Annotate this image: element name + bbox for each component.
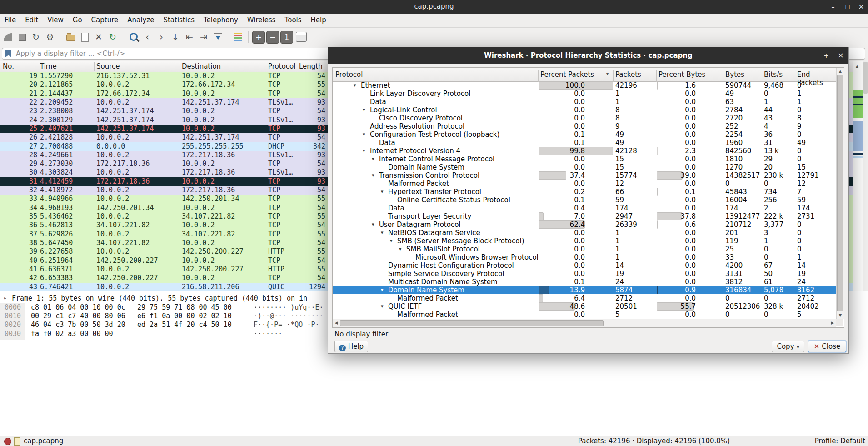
dialog-column-header-packets[interactable]: Packets xyxy=(615,70,641,79)
protocol-row[interactable]: ▾Logical-Link Control0.080.02784440 xyxy=(333,106,836,114)
zoom-out-icon[interactable]: − xyxy=(266,31,279,44)
protocol-row[interactable]: Data0.010.06311 xyxy=(333,98,836,106)
auto-scroll-icon[interactable] xyxy=(211,30,224,43)
protocol-row[interactable]: Dynamic Host Configuration Protocol0.014… xyxy=(333,261,836,270)
close-dialog-button[interactable]: ✕Close xyxy=(808,341,846,352)
menu-item-statistics[interactable]: Statistics xyxy=(159,14,199,26)
protocol-row[interactable]: Link Layer Discovery Protocol0.010.04901 xyxy=(333,90,836,98)
minimize-button[interactable]: – xyxy=(827,2,839,12)
protocol-row[interactable]: ▾Transmission Control Protocol37.4157743… xyxy=(333,171,836,180)
last-packet-icon[interactable]: ⇥ xyxy=(197,30,210,43)
zoom-in-icon[interactable]: + xyxy=(252,31,265,44)
tree-expander-icon[interactable]: ▾ xyxy=(354,81,356,90)
dialog-vertical-scrollbar[interactable]: ▲ ▼ xyxy=(836,68,844,319)
protocol-row[interactable]: ▾SMB (Server Message Block Protocol)0.01… xyxy=(333,237,836,245)
menu-item-help[interactable]: Help xyxy=(306,14,331,26)
scroll-left-icon[interactable]: ◀ xyxy=(333,319,340,326)
first-packet-icon[interactable]: ⇤ xyxy=(183,30,196,43)
column-divider[interactable] xyxy=(538,70,539,82)
stop-capture-icon[interactable] xyxy=(15,30,28,43)
column-divider[interactable] xyxy=(39,62,39,71)
protocol-row[interactable]: ▾Domain Name System13.958740.93168345,07… xyxy=(333,286,836,294)
go-to-packet-icon[interactable]: ↓ xyxy=(169,30,182,43)
protocol-row[interactable]: ▾Ethernet100.0421961.65907449,4680 xyxy=(333,81,836,90)
dialog-minimize-button[interactable]: – xyxy=(806,50,818,60)
menu-item-edit[interactable]: Edit xyxy=(20,14,43,26)
protocol-row[interactable]: ▾NetBIOS Datagram Service0.010.020130 xyxy=(333,229,836,237)
scrollbar-thumb[interactable] xyxy=(340,320,604,326)
tree-expander-icon[interactable]: ▾ xyxy=(363,106,365,114)
column-divider[interactable] xyxy=(266,62,266,71)
zoom-100-icon[interactable]: 1 xyxy=(280,31,293,44)
menu-item-tools[interactable]: Tools xyxy=(280,14,306,26)
tree-expander-icon[interactable]: ▾ xyxy=(381,229,384,237)
column-divider[interactable] xyxy=(94,62,95,71)
protocol-row[interactable]: ▾Internet Control Message Protocol0.0150… xyxy=(333,155,836,163)
column-divider[interactable] xyxy=(180,62,180,71)
column-header-protocol[interactable]: Protocol xyxy=(268,62,295,70)
protocol-row[interactable]: Transport Layer Security7.0294737.813912… xyxy=(333,212,836,220)
dialog-column-header-bitss[interactable]: Bits/s xyxy=(764,70,783,79)
tree-expander-icon[interactable]: ▾ xyxy=(381,302,384,311)
colorize-icon[interactable] xyxy=(232,30,244,43)
tree-expander-icon[interactable]: ▾ xyxy=(381,188,384,196)
scroll-right-icon[interactable]: ▶ xyxy=(829,319,836,326)
dialog-column-header-percentbytes[interactable]: Percent Bytes xyxy=(658,70,705,79)
protocol-row[interactable]: ▾QUIC IETF48.62050155.720512306328 k2040… xyxy=(333,302,836,311)
copy-button[interactable]: Copy▾ xyxy=(772,341,804,352)
frame-summary[interactable]: Frame 1: 55 bytes on wire (440 bits), 55… xyxy=(12,293,307,303)
save-file-icon[interactable] xyxy=(78,30,91,43)
protocol-row[interactable]: Malformed Packet0.050.0005 xyxy=(333,311,836,319)
tree-expander-icon[interactable]: ▾ xyxy=(399,245,402,253)
intelligent-scrollbar[interactable]: ▲ xyxy=(853,61,864,291)
maximize-button[interactable]: □ xyxy=(842,2,853,12)
capture-file-properties-icon[interactable] xyxy=(14,437,20,446)
tree-expander-icon[interactable]: ▾ xyxy=(372,155,374,163)
dialog-column-header-bytes[interactable]: Bytes xyxy=(725,70,744,79)
column-divider[interactable] xyxy=(762,70,762,82)
menu-item-go[interactable]: Go xyxy=(68,14,87,26)
column-header-length[interactable]: Length xyxy=(299,62,323,70)
column-divider[interactable] xyxy=(297,62,297,71)
protocol-row[interactable]: Microsoft Windows Browser Protocol0.010.… xyxy=(333,253,836,261)
tree-expander-icon[interactable]: ▾ xyxy=(372,220,374,229)
open-file-icon[interactable] xyxy=(64,30,77,43)
menu-item-telephony[interactable]: Telephony xyxy=(199,14,243,26)
dialog-maximize-button[interactable]: + xyxy=(820,50,832,60)
protocol-row[interactable]: Malformed Packet6.427120.0002712 xyxy=(333,294,836,302)
protocol-row[interactable]: Simple Service Discovery Protocol0.0190.… xyxy=(333,270,836,278)
tree-expander-icon[interactable]: ▾ xyxy=(363,147,365,155)
dialog-horizontal-scrollbar[interactable]: ◀ ▶ xyxy=(333,319,836,327)
protocol-row[interactable]: Address Resolution Protocol0.090.025249 xyxy=(333,122,836,130)
protocol-row[interactable]: Malformed Packet0.0120.00012 xyxy=(333,180,836,188)
find-packet-icon[interactable] xyxy=(127,30,140,43)
protocol-row[interactable]: Cisco Discovery Protocol0.080.02720438 xyxy=(333,114,836,122)
protocol-row[interactable]: Online Certificate Status Protocol0.1590… xyxy=(333,196,836,204)
column-divider[interactable] xyxy=(656,70,657,82)
protocol-row[interactable]: Data0.1490.019603149 xyxy=(333,139,836,147)
resize-columns-icon[interactable] xyxy=(296,32,307,42)
menu-item-capture[interactable]: Capture xyxy=(87,14,123,26)
column-divider[interactable] xyxy=(795,70,795,82)
column-divider[interactable] xyxy=(723,70,723,82)
menu-item-file[interactable]: File xyxy=(0,14,20,26)
scrollbar-thumb[interactable] xyxy=(863,62,868,94)
protocol-row[interactable]: ▾SMB MailSlot Protocol0.010.02500 xyxy=(333,245,836,253)
start-capture-icon[interactable] xyxy=(1,30,14,43)
column-header-destination[interactable]: Destination xyxy=(182,62,221,70)
tree-expander-icon[interactable]: ▾ xyxy=(363,130,365,139)
packet-list-scrollbar[interactable] xyxy=(863,61,868,291)
protocol-row[interactable]: Data0.41740.01742174 xyxy=(333,204,836,212)
protocol-row[interactable]: Multicast Domain Name System0.1240.03812… xyxy=(333,278,836,286)
tree-expander-icon[interactable]: ▾ xyxy=(381,286,384,294)
scroll-up-icon[interactable]: ▲ xyxy=(853,63,861,70)
reload-file-icon[interactable]: ↻ xyxy=(106,30,119,43)
menu-item-wireless[interactable]: Wireless xyxy=(243,14,280,26)
expand-arrow-icon[interactable]: ▸ xyxy=(4,293,7,303)
dialog-column-header-protocol[interactable]: Protocol xyxy=(335,70,363,79)
column-header-time[interactable]: Time xyxy=(40,62,57,70)
menu-item-analyze[interactable]: Analyze xyxy=(123,14,159,26)
scroll-down-icon[interactable]: ▼ xyxy=(837,311,844,319)
protocol-row[interactable]: ▾Hypertext Transfer Protocol0.2660.14584… xyxy=(333,188,836,196)
scroll-up-icon[interactable]: ▲ xyxy=(837,68,844,75)
